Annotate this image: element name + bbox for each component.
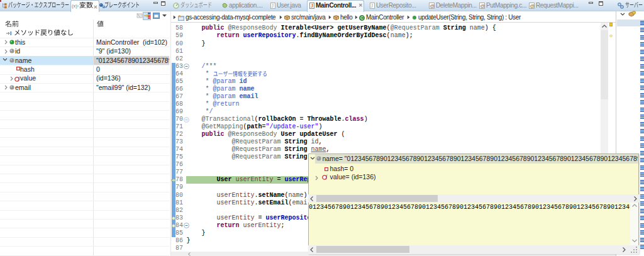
svg-text:J: J — [272, 3, 274, 9]
svg-text:@: @ — [480, 3, 485, 9]
svg-text:J: J — [371, 3, 373, 9]
svg-text:@: @ — [430, 3, 435, 9]
svg-text:(x)=: (x)= — [72, 3, 79, 9]
svg-text:J: J — [311, 3, 313, 9]
svg-text:f: f — [326, 174, 328, 179]
svg-text:C: C — [360, 16, 364, 20]
svg-text:@: @ — [530, 3, 535, 9]
